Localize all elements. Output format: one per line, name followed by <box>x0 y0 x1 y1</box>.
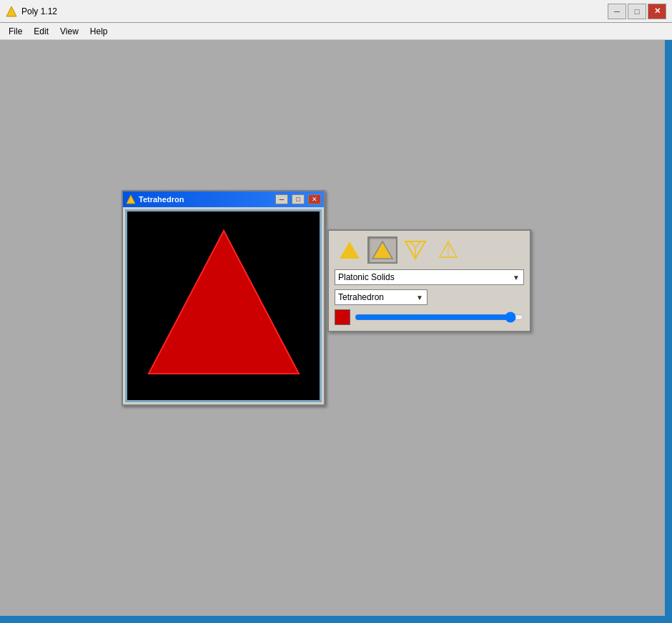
shape-dropdown-row: Tetrahedron Cube Octahedron Dodecahedron… <box>335 289 524 305</box>
icon-toolbar <box>335 236 524 264</box>
app-title: Poly 1.12 <box>21 6 608 16</box>
category-dropdown-wrapper: Platonic Solids Archimedean Solids Keple… <box>335 269 524 285</box>
tetra-canvas <box>125 209 322 402</box>
solid-icon-button[interactable] <box>335 236 365 264</box>
inverted-triangle-icon <box>404 240 427 260</box>
app-icon <box>6 6 17 17</box>
menu-view[interactable]: View <box>54 25 84 38</box>
outline-triangle-icon <box>371 240 394 260</box>
svg-line-9 <box>410 241 415 247</box>
category-dropdown-row: Platonic Solids Archimedean Solids Keple… <box>335 269 524 285</box>
opacity-slider[interactable] <box>355 312 524 323</box>
color-swatch[interactable] <box>335 309 350 325</box>
tetra-shape <box>134 216 313 395</box>
outline-icon-button[interactable] <box>367 236 397 264</box>
menu-edit[interactable]: Edit <box>28 25 54 38</box>
shape-dropdown[interactable]: Tetrahedron Cube Octahedron Dodecahedron… <box>335 289 428 305</box>
color-slider-row <box>335 309 524 325</box>
control-panel: Platonic Solids Archimedean Solids Keple… <box>327 229 531 332</box>
slider-container <box>355 310 524 324</box>
main-area: Tetrahedron ─ □ ✕ <box>0 40 672 623</box>
svg-line-15 <box>444 241 448 250</box>
right-strip <box>665 40 672 616</box>
3d-icon-button[interactable] <box>433 236 463 264</box>
tetra-close[interactable]: ✕ <box>308 194 321 204</box>
svg-marker-3 <box>340 241 360 259</box>
menu-help[interactable]: Help <box>84 25 114 38</box>
svg-marker-2 <box>149 231 299 374</box>
tetra-title: Tetrahedron <box>139 195 272 204</box>
inverted-icon-button[interactable] <box>400 236 430 264</box>
svg-marker-0 <box>6 6 16 16</box>
tetra-icon <box>126 194 136 204</box>
svg-line-10 <box>415 241 421 247</box>
menu-bar: File Edit View Help <box>0 23 672 40</box>
solid-triangle-icon <box>338 240 361 260</box>
minimize-button[interactable]: ─ <box>608 4 626 19</box>
menu-file[interactable]: File <box>3 25 28 38</box>
tetrahedron-window: Tetrahedron ─ □ ✕ <box>122 190 325 406</box>
maximize-button[interactable]: □ <box>628 4 646 19</box>
tetra-titlebar: Tetrahedron ─ □ ✕ <box>123 191 324 207</box>
close-button[interactable]: ✕ <box>648 4 666 19</box>
tetra-maximize[interactable]: □ <box>292 194 305 204</box>
window-controls: ─ □ ✕ <box>608 4 666 19</box>
tetra-minimize[interactable]: ─ <box>275 194 288 204</box>
svg-line-14 <box>448 241 453 250</box>
3d-triangle-icon <box>437 240 460 260</box>
bottom-strip <box>0 616 672 623</box>
svg-marker-1 <box>127 195 135 204</box>
title-bar: Poly 1.12 ─ □ ✕ <box>0 0 672 23</box>
category-dropdown[interactable]: Platonic Solids Archimedean Solids Keple… <box>335 269 524 285</box>
shape-dropdown-wrapper: Tetrahedron Cube Octahedron Dodecahedron… <box>335 289 428 305</box>
